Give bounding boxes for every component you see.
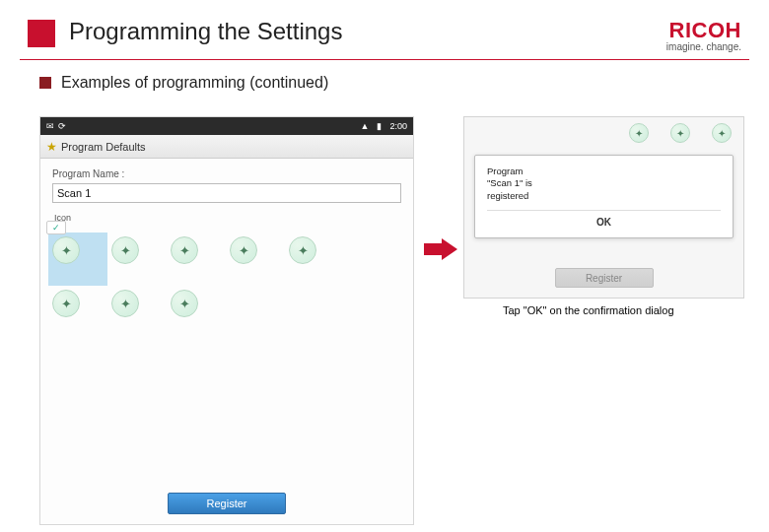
brand-name: RICOH [666, 18, 741, 43]
icon-option[interactable]: ✦ [107, 233, 167, 286]
icon-option[interactable]: ✦ [107, 286, 167, 339]
title-bullet-square [28, 20, 55, 47]
program-icon: ✦ [670, 123, 690, 143]
program-icon: ✦ [171, 236, 198, 264]
register-button-disabled: Register [555, 268, 654, 288]
confirmation-screen: ✦ ✦ ✦ Program "Scan 1" is registered OK … [463, 116, 744, 299]
window-title: Program Defaults [61, 141, 146, 153]
icon-option[interactable]: ✦ [285, 233, 344, 286]
bg-icon-row: ✦ ✦ ✦ [464, 117, 743, 149]
program-icon: ✦ [171, 290, 198, 317]
brand-slogan: imagine. change. [666, 41, 741, 52]
icon-option[interactable]: ✦ [48, 233, 107, 286]
sync-icon: ⟳ [58, 121, 66, 131]
screenshot-a-block: ✉ ⟳ ▲ ▮ 2:00 ★ Program Defaults Program … [39, 116, 414, 532]
notification-icon: ✉ [46, 121, 54, 131]
window-titlebar: ★ Program Defaults [40, 135, 413, 159]
icon-grid-area: ✓ ✦ ✦ ✦ ✦ ✦ ✦ ✦ ✦ [40, 229, 413, 355]
icon-section-label: Icon [54, 213, 401, 223]
program-icon: ✦ [712, 123, 732, 143]
icon-option[interactable]: ✦ [226, 233, 285, 286]
program-screen: ✉ ⟳ ▲ ▮ 2:00 ★ Program Defaults Program … [39, 116, 414, 525]
subtitle-text: Examples of programming (continued) [61, 74, 328, 92]
wifi-icon: ▲ [361, 121, 370, 131]
icon-option[interactable]: ✦ [167, 286, 226, 339]
brand-block: RICOH imagine. change. [666, 18, 741, 52]
program-name-label: Program Name : [52, 168, 401, 179]
caption-b: Tap "OK" on the confirmation dialog [463, 304, 744, 316]
icon-option[interactable]: ✦ [48, 286, 107, 339]
program-name-input[interactable] [52, 183, 401, 203]
program-icon: ✦ [111, 290, 139, 317]
confirmation-dialog: Program "Scan 1" is registered OK [474, 155, 734, 238]
slide-title: Programming the Settings [69, 18, 342, 45]
status-bar: ✉ ⟳ ▲ ▮ 2:00 [40, 117, 413, 135]
selected-chip-icon: ✓ [46, 221, 66, 234]
status-time: 2:00 [389, 121, 407, 131]
icon-option[interactable]: ✦ [167, 233, 226, 286]
register-button[interactable]: Register [168, 493, 286, 514]
screenshot-b-block: ✦ ✦ ✦ Program "Scan 1" is registered OK … [463, 116, 744, 316]
program-icon: ✦ [230, 236, 257, 264]
program-icon: ✦ [629, 123, 649, 143]
subtitle-bullet-icon [39, 77, 51, 89]
ok-button[interactable]: OK [487, 211, 721, 230]
arrow-icon [424, 238, 457, 260]
program-icon: ✦ [52, 290, 80, 317]
dialog-message: Program "Scan 1" is registered [487, 166, 721, 202]
program-icon: ✦ [111, 236, 139, 264]
program-icon: ✦ [289, 236, 316, 264]
form-area: Program Name : Icon [40, 159, 413, 229]
subtitle-row: Examples of programming (continued) [0, 60, 769, 101]
program-icon: ✦ [52, 236, 80, 264]
star-icon: ★ [46, 140, 57, 154]
svg-marker-0 [424, 238, 457, 260]
slide-header: Programming the Settings RICOH imagine. … [0, 0, 769, 55]
battery-icon: ▮ [377, 121, 382, 131]
